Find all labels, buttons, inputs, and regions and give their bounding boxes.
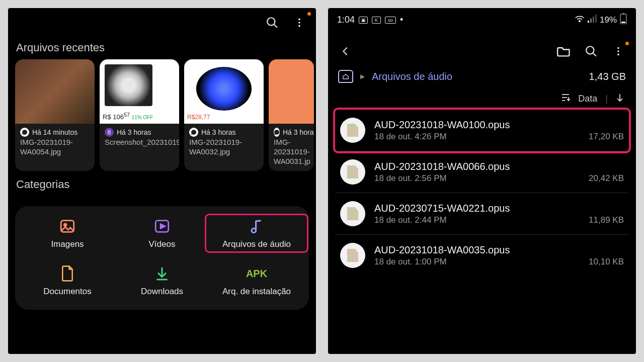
sort-label[interactable]: Data [578, 94, 597, 104]
category-images[interactable]: Imagens [20, 217, 115, 249]
videos-icon [153, 217, 171, 235]
svg-point-0 [267, 18, 275, 25]
divider: | [605, 94, 608, 104]
categories-panel: Imagens Vídeos Arquivos de áudio Documen… [15, 206, 309, 310]
svg-rect-11 [590, 19, 592, 23]
breadcrumb-current[interactable]: Arquivos de áudio [372, 71, 452, 82]
status-time: 1:04 [337, 15, 355, 25]
app-icon: B [105, 128, 114, 137]
home-folder-icon[interactable] [338, 70, 353, 83]
battery-icon [620, 13, 627, 27]
whatsapp-icon [274, 128, 280, 137]
category-label: Vídeos [149, 239, 176, 249]
category-audio[interactable]: Arquivos de áudio [206, 215, 307, 251]
recent-filename: IMG-20231019-WA0032.jpg [189, 138, 259, 157]
file-name: AUD-20231018-WA0066.opus [374, 161, 624, 172]
wifi-icon [575, 15, 585, 25]
svg-point-19 [617, 47, 619, 49]
signal-icon [588, 15, 597, 25]
file-name: AUD-20231018-WA0100.opus [374, 119, 624, 131]
svg-point-3 [298, 22, 300, 24]
file-type-icon [340, 243, 365, 268]
thumbnail: R$ 10657 11% OFF [100, 59, 179, 124]
more-options-icon[interactable] [611, 44, 626, 59]
folder-size: 1,43 GB [589, 71, 626, 82]
svg-point-6 [64, 224, 66, 226]
category-apk[interactable]: APK Arq. de instalação [209, 264, 304, 297]
category-label: Arquivos de áudio [222, 239, 291, 249]
category-label: Imagens [51, 239, 84, 249]
file-size: 17,20 KB [589, 132, 624, 142]
file-name: AUD-20230715-WA0221.opus [374, 203, 624, 214]
svg-point-17 [586, 46, 594, 54]
audio-icon [248, 217, 266, 235]
file-toolbar [328, 29, 636, 65]
status-icon: K [372, 17, 381, 24]
recent-card[interactable]: Há 3 horas IMG-20231019-WA0031.jp [269, 59, 314, 171]
back-button[interactable] [338, 44, 353, 59]
svg-point-21 [617, 54, 619, 56]
recent-card[interactable]: R$28,77 Há 3 horas IMG-20231019-WA0032.j… [184, 59, 264, 171]
category-videos[interactable]: Vídeos [115, 217, 209, 249]
whatsapp-icon [189, 128, 198, 137]
status-icon: ▣ [359, 17, 368, 24]
file-type-icon [340, 118, 365, 143]
phone-my-files-home: Arquivos recentes Há 14 minutos IMG-2023… [8, 8, 316, 354]
whatsapp-icon [20, 128, 29, 137]
recent-card[interactable]: R$ 10657 11% OFF B Há 3 horas Screenshot… [100, 59, 179, 171]
file-size: 10,10 KB [589, 257, 624, 267]
thumbnail [269, 59, 314, 124]
recent-files-row[interactable]: Há 14 minutos IMG-20231019-WA0054.jpg R$… [8, 59, 316, 171]
notification-dot-icon [307, 12, 311, 16]
file-item[interactable]: AUD-20231018-WA0100.opus 18 de out. 4:26… [335, 110, 629, 151]
folder-icon[interactable] [556, 44, 572, 59]
file-size: 11,89 KB [589, 215, 624, 225]
svg-point-20 [617, 50, 619, 52]
file-name: AUD-20231018-WA0035.opus [374, 244, 624, 256]
thumbnail [15, 59, 95, 124]
svg-line-18 [593, 53, 596, 56]
recent-filename: IMG-20231019-WA0054.jpg [20, 138, 90, 157]
apk-icon: APK [248, 264, 266, 283]
file-list[interactable]: AUD-20231018-WA0100.opus 18 de out. 4:26… [328, 110, 636, 276]
file-size: 20,42 KB [589, 173, 624, 184]
file-item[interactable]: AUD-20231018-WA0066.opus 18 de out. 2:56… [335, 151, 629, 193]
status-icon: oo [385, 17, 396, 24]
search-icon[interactable] [265, 15, 280, 30]
svg-line-1 [274, 25, 277, 28]
file-item[interactable]: AUD-20231018-WA0035.opus 18 de out. 1:00… [335, 235, 629, 276]
svg-rect-10 [588, 21, 589, 23]
sort-icon[interactable] [561, 94, 570, 104]
search-icon[interactable] [584, 44, 599, 59]
documents-icon [58, 264, 76, 283]
category-label: Documentos [43, 287, 91, 297]
svg-point-2 [298, 19, 300, 21]
category-downloads[interactable]: Downloads [115, 264, 209, 297]
status-bar: 1:04 ▣ K oo • 19% [328, 8, 636, 29]
category-label: Arq. de instalação [222, 287, 291, 297]
breadcrumb-separator-icon: ▶ [360, 73, 365, 80]
recent-filename: Screenshot_20231019_1003... [105, 138, 174, 147]
sort-row: Data | [328, 86, 636, 110]
recent-time: Há 3 horas [283, 128, 314, 136]
recent-files-title: Arquivos recentes [8, 34, 316, 59]
svg-point-4 [298, 25, 300, 27]
svg-rect-13 [595, 15, 597, 23]
price-label: R$ 10657 11% OFF [103, 112, 153, 121]
breadcrumb: ▶ Arquivos de áudio 1,43 GB [328, 65, 636, 86]
file-item[interactable]: AUD-20230715-WA0221.opus 18 de out. 2:44… [335, 193, 629, 235]
recent-card[interactable]: Há 14 minutos IMG-20231019-WA0054.jpg [15, 59, 95, 171]
topbar [8, 8, 316, 34]
price-label: R$28,77 [187, 114, 210, 121]
recent-time: Há 3 horas [117, 128, 151, 136]
file-date: 18 de out. 2:44 PM [374, 215, 447, 225]
recent-time: Há 14 minutos [32, 128, 77, 136]
status-dot-icon: • [400, 15, 403, 25]
file-date: 18 de out. 1:00 PM [374, 257, 447, 267]
downloads-icon [153, 264, 171, 283]
sort-direction-icon[interactable] [616, 93, 624, 105]
more-options-icon[interactable] [292, 15, 307, 30]
category-documents[interactable]: Documentos [20, 264, 115, 297]
categories-title: Categorias [8, 171, 316, 196]
thumbnail: R$28,77 [184, 59, 264, 124]
